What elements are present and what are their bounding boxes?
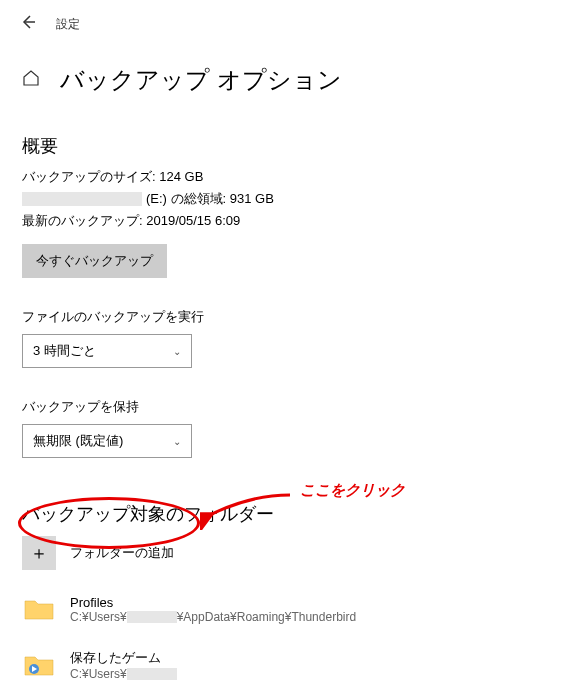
page-title: バックアップ オプション	[60, 64, 342, 96]
folder-path: C:¥Users¥¥AppData¥Roaming¥Thunderbird	[70, 610, 356, 624]
overview-heading: 概要	[22, 134, 557, 158]
header-title: 設定	[56, 16, 80, 33]
add-folder-button[interactable]: ＋ フォルダーの追加	[22, 536, 557, 570]
backup-frequency-value: 3 時間ごと	[33, 342, 96, 360]
back-arrow-icon[interactable]	[20, 14, 36, 34]
folder-name: Profiles	[70, 595, 356, 610]
chevron-down-icon: ⌄	[173, 346, 181, 357]
folder-icon	[22, 648, 56, 682]
redacted-username	[127, 611, 177, 623]
folder-item[interactable]: 保存したゲーム C:¥Users¥	[22, 648, 557, 682]
drive-space-text: (E:) の総領域: 931 GB	[22, 190, 557, 208]
backup-retention-value: 無期限 (既定値)	[33, 432, 123, 450]
backup-size-text: バックアップのサイズ: 124 GB	[22, 168, 557, 186]
home-icon[interactable]	[22, 69, 40, 91]
folder-path: C:¥Users¥	[70, 667, 177, 681]
backup-retention-label: バックアップを保持	[22, 398, 557, 416]
backup-frequency-label: ファイルのバックアップを実行	[22, 308, 557, 326]
folder-icon	[22, 592, 56, 626]
folder-item[interactable]: Profiles C:¥Users¥¥AppData¥Roaming¥Thund…	[22, 592, 557, 626]
backup-folders-heading: バックアップ対象のフォルダー	[22, 502, 557, 526]
redacted-username	[127, 668, 177, 680]
redacted-drive-name	[22, 192, 142, 206]
backup-retention-select[interactable]: 無期限 (既定値) ⌄	[22, 424, 192, 458]
backup-now-button[interactable]: 今すぐバックアップ	[22, 244, 167, 278]
folder-name: 保存したゲーム	[70, 649, 177, 667]
backup-frequency-select[interactable]: 3 時間ごと ⌄	[22, 334, 192, 368]
last-backup-text: 最新のバックアップ: 2019/05/15 6:09	[22, 212, 557, 230]
drive-space-suffix: (E:) の総領域: 931 GB	[146, 190, 274, 208]
add-folder-label: フォルダーの追加	[70, 544, 174, 562]
plus-icon: ＋	[22, 536, 56, 570]
chevron-down-icon: ⌄	[173, 436, 181, 447]
